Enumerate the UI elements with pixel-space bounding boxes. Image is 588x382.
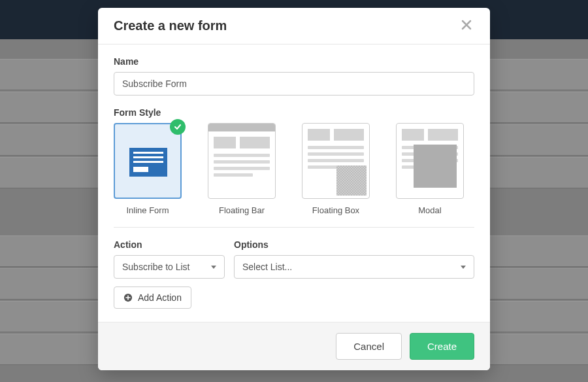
create-form-modal: Create a new form Name Form Style <box>98 8 490 370</box>
action-options-row: Action Subscribe to List Add Action Opti… <box>114 239 474 309</box>
style-option-modal[interactable]: Modal <box>396 123 464 215</box>
name-label: Name <box>114 56 474 67</box>
action-select-value: Subscribe to List <box>122 262 190 272</box>
form-style-options: Inline Form Floating Bar <box>114 123 474 215</box>
cancel-button[interactable]: Cancel <box>336 333 402 360</box>
style-option-inline-form[interactable]: Inline Form <box>114 123 182 215</box>
style-option-label: Modal <box>396 205 464 215</box>
caret-down-icon <box>211 266 216 269</box>
add-action-button[interactable]: Add Action <box>114 286 191 309</box>
style-thumbnail <box>396 123 464 199</box>
modal-title: Create a new form <box>114 18 227 33</box>
style-thumbnail <box>114 123 182 199</box>
form-style-label: Form Style <box>114 107 474 118</box>
create-button[interactable]: Create <box>410 333 474 360</box>
divider <box>114 227 474 228</box>
style-option-label: Floating Bar <box>208 205 276 215</box>
action-select[interactable]: Subscribe to List <box>114 255 225 279</box>
action-label: Action <box>114 239 225 250</box>
options-select[interactable]: Select List... <box>234 255 474 279</box>
name-input[interactable] <box>114 72 474 95</box>
modal-header: Create a new form <box>98 8 490 44</box>
caret-down-icon <box>461 266 466 269</box>
name-section: Name <box>114 56 474 95</box>
style-option-floating-bar[interactable]: Floating Bar <box>208 123 276 215</box>
close-button[interactable] <box>459 17 474 35</box>
style-option-label: Inline Form <box>114 205 182 215</box>
modal-body: Name Form Style <box>98 44 490 322</box>
form-style-section: Form Style Inline Fo <box>114 107 474 215</box>
plus-circle-icon <box>123 293 133 302</box>
style-option-label: Floating Box <box>302 205 370 215</box>
options-label: Options <box>234 239 474 250</box>
add-action-label: Add Action <box>138 292 182 303</box>
style-thumbnail <box>208 123 276 199</box>
style-thumbnail <box>302 123 370 199</box>
close-icon <box>461 20 472 30</box>
modal-footer: Cancel Create <box>98 322 490 370</box>
style-option-floating-box[interactable]: Floating Box <box>302 123 370 215</box>
options-select-value: Select List... <box>242 262 292 272</box>
